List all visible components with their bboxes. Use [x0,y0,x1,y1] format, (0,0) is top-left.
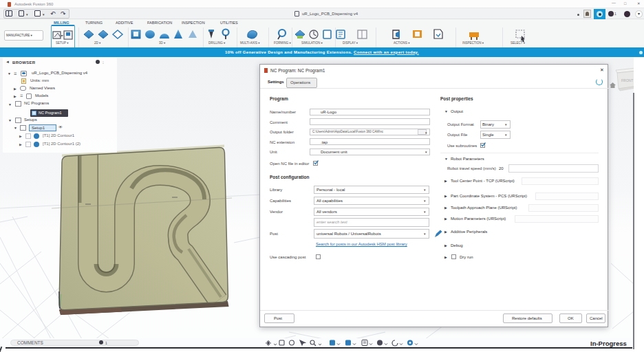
svg-text:FRONT: FRONT [621,78,633,82]
